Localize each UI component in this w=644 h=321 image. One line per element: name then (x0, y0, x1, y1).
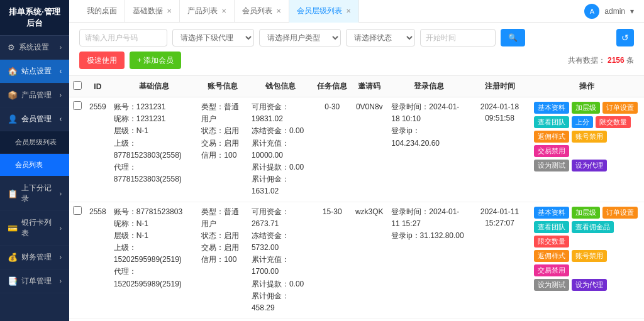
action-上分-button[interactable]: 上分 (572, 116, 593, 128)
action-设为测试-button[interactable]: 设为测试 (534, 279, 569, 291)
member-table-wrap: ID 基础信息 账号信息 钱包信息 任务信息 邀请码 登录信息 注册时间 操作 … (69, 76, 644, 321)
action-基本资料-button[interactable]: 基本资料 (534, 102, 569, 114)
action-查看团队-button[interactable]: 查看团队 (534, 116, 569, 128)
sidebar-item-order[interactable]: 📑 订单管理 › (0, 269, 69, 293)
tab-close[interactable]: ✕ (167, 8, 172, 14)
select-all-checkbox[interactable] (73, 81, 82, 90)
action-加层级-button[interactable]: 加层级 (572, 207, 600, 219)
action-账号禁用-button[interactable]: 账号禁用 (572, 250, 607, 262)
cell-invite: u7mPK3 (351, 318, 387, 321)
cell-wallet: 可用资金：-2482.42冻结资金：4359.00累计充值：1700.00累计提… (248, 318, 313, 321)
cell-actions: 基本资料加层级订单设置查看团队查看佣金品限交数量返佣样式账号禁用交易禁用设为测试… (530, 318, 644, 321)
sidebar-item-member[interactable]: 👤 会员管理 ‹ (0, 107, 69, 131)
search-row: 请选择下级代理 请选择用户类型 请选择状态 🔍 ↺ (79, 29, 634, 46)
date-start-input[interactable] (420, 29, 496, 46)
col-task: 任务信息 (313, 76, 351, 97)
col-checkbox (69, 76, 86, 97)
action-订单设置-button[interactable]: 订单设置 (602, 102, 638, 114)
action-设为测试-button[interactable]: 设为测试 (534, 160, 569, 171)
table-row: 2557账号：77752061585昵称：Dimash层级：N-1上级：1520… (69, 318, 644, 321)
col-basic: 基础信息 (110, 76, 198, 97)
gear-icon: ⚙ (8, 43, 15, 52)
action-交易禁用-button[interactable]: 交易禁用 (534, 145, 569, 157)
cell-task: 15-30 (313, 318, 351, 321)
action-交易禁用-button[interactable]: 交易禁用 (534, 264, 569, 276)
col-account: 账号信息 (197, 76, 248, 97)
action-查看团队-button[interactable]: 查看团队 (534, 221, 569, 233)
cell-account: 类型：普通用户状态：启用交易：启用信用：100 (197, 318, 248, 321)
row-checkbox[interactable] (73, 101, 82, 110)
cell-basic: 账号：87781523803昵称：N-1层级：N-1上级：15202595989… (110, 202, 198, 318)
refresh-button[interactable]: ↺ (616, 29, 634, 46)
tab-member-list[interactable]: 会员列表 ✕ (235, 0, 289, 23)
app-logo: 排单系统·管理后台 (0, 0, 69, 36)
sidebar-item-product[interactable]: 📦 产品管理 › (0, 84, 69, 107)
cell-id: 2558 (86, 202, 110, 318)
home-icon: 🏠 (8, 67, 18, 76)
action-返佣样式-button[interactable]: 返佣样式 (534, 250, 569, 262)
tab-member-level-list[interactable]: 会员层级列表 ✕ (289, 0, 359, 23)
agent-select[interactable]: 请选择下级代理 (172, 29, 254, 46)
action-查看佣金品-button[interactable]: 查看佣金品 (572, 221, 614, 233)
cell-id: 2557 (86, 318, 110, 321)
row-checkbox[interactable] (73, 206, 82, 215)
search-button[interactable]: 🔍 (501, 29, 525, 46)
col-login: 登录信息 (387, 76, 470, 97)
tab-close[interactable]: ✕ (346, 8, 351, 14)
col-invite: 邀请码 (351, 76, 387, 97)
member-table: ID 基础信息 账号信息 钱包信息 任务信息 邀请码 登录信息 注册时间 操作 … (69, 76, 644, 321)
add-member-button[interactable]: + 添加会员 (130, 52, 181, 69)
cell-login: 登录时间：2024-01-18 10:10登录ip：104.234.20.60 (387, 97, 470, 202)
finance-icon: 💰 (8, 253, 18, 262)
user-search-input[interactable] (79, 29, 167, 46)
member-submenu: 会员层级列表 会员列表 (0, 131, 69, 177)
transfer-icon: 📋 (8, 189, 18, 199)
sidebar-item-member-level[interactable]: 会员层级列表 (0, 131, 69, 154)
tab-close[interactable]: ✕ (221, 8, 226, 14)
col-wallet: 钱包信息 (248, 76, 313, 97)
sidebar-item-system[interactable]: ⚙ 系统设置 › (0, 36, 69, 60)
action-限交数量-button[interactable]: 限交数量 (534, 236, 569, 248)
cell-task: 15-30 (313, 202, 351, 318)
cell-wallet: 可用资金：19831.02冻结资金：0.00累计充值：10000.00累计提款：… (248, 97, 313, 202)
action-账号禁用-button[interactable]: 账号禁用 (572, 131, 607, 143)
sidebar-item-site[interactable]: 🏠 站点设置 ‹ (0, 60, 69, 84)
sidebar: 排单系统·管理后台 ⚙ 系统设置 › 🏠 站点设置 ‹ 📦 产品管理 › 👤 会… (0, 0, 69, 321)
cell-regtime: 2024-01-11 15:27:07 (470, 202, 529, 318)
action-设为代理-button[interactable]: 设为代理 (572, 279, 607, 291)
admin-name: admin (604, 7, 625, 16)
sidebar-item-member-list[interactable]: 会员列表 (0, 154, 69, 177)
cell-actions: 基本资料加层级订单设置查看团队上分限交数量返佣样式账号禁用交易禁用设为测试设为代… (530, 97, 644, 202)
cell-basic: 账号：1231231昵称：1231231层级：N-1上级：87781523803… (110, 97, 198, 202)
sidebar-item-finance[interactable]: 💰 财务管理 › (0, 246, 69, 269)
tab-product-list[interactable]: 产品列表 ✕ (180, 0, 235, 23)
avatar: A (584, 4, 599, 19)
action-基本资料-button[interactable]: 基本资料 (534, 207, 569, 219)
action-设为代理-button[interactable]: 设为代理 (572, 160, 607, 171)
cell-login: 登录时间：2024-01-11 15:18登录ip：31.136.64.98 (387, 318, 470, 321)
cell-id: 2559 (86, 97, 110, 202)
tab-basic-data[interactable]: 基础数据 ✕ (125, 0, 180, 23)
table-header-row: ID 基础信息 账号信息 钱包信息 任务信息 邀请码 登录信息 注册时间 操作 (69, 76, 644, 97)
quick-view-button[interactable]: 极速使用 (79, 52, 125, 69)
tab-dashboard[interactable]: 我的桌面 (79, 0, 125, 23)
cell-account: 类型：普通用户状态：启用交易：启用信用：100 (197, 97, 248, 202)
action-订单设置-button[interactable]: 订单设置 (602, 207, 638, 219)
action-加层级-button[interactable]: 加层级 (572, 102, 600, 114)
cell-invite: 0V0N8v (351, 97, 387, 202)
cell-task: 0-30 (313, 97, 351, 202)
type-select[interactable]: 请选择用户类型 (259, 29, 341, 46)
action-限交数量-button[interactable]: 限交数量 (596, 116, 631, 128)
sidebar-item-bankcard[interactable]: 💳 银行卡列表 › (0, 211, 69, 246)
table-body: 2559账号：1231231昵称：1231231层级：N-1上级：8778152… (69, 97, 644, 322)
cell-wallet: 可用资金：2673.71冻结资金：5732.00累计充值：1700.00累计提款… (248, 202, 313, 318)
dropdown-icon[interactable]: ▾ (630, 7, 634, 16)
status-select[interactable]: 请选择状态 (346, 29, 415, 46)
table-row: 2558账号：87781523803昵称：N-1层级：N-1上级：1520259… (69, 202, 644, 318)
tab-close[interactable]: ✕ (276, 8, 281, 14)
action-返佣样式-button[interactable]: 返佣样式 (534, 131, 569, 143)
action-row: 极速使用 + 添加会员 共有数据： 2156 条 (79, 52, 634, 69)
sidebar-item-transfer[interactable]: 📋 上下分记录 › (0, 177, 69, 211)
cell-regtime: 2024-01-11 15:17:53 (470, 318, 529, 321)
total-info: 共有数据： 2156 条 (568, 55, 634, 66)
